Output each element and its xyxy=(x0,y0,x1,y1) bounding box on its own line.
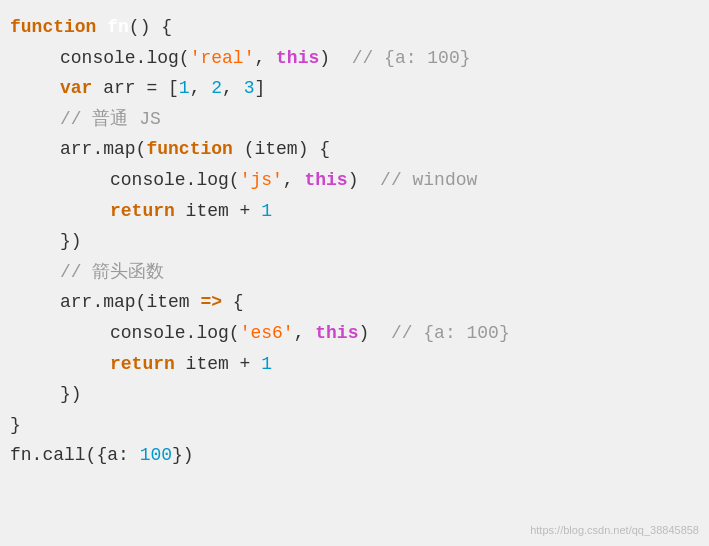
keyword-function: function xyxy=(10,12,96,43)
code-line-3: var arr = [ 1 , 2 , 3 ] xyxy=(0,73,709,104)
code-line-10: arr.map(item => { xyxy=(0,287,709,318)
code-line-2: console.log( 'real' , this ) // {a: 100} xyxy=(0,43,709,74)
function-name: fn xyxy=(107,12,129,43)
code-line-5: arr.map( function (item) { xyxy=(0,134,709,165)
code-line-14: } xyxy=(0,410,709,441)
code-line-15: fn.call({a: 100 }) xyxy=(0,440,709,471)
code-line-1: function fn () { xyxy=(0,12,709,43)
code-editor: function fn () { console.log( 'real' , t… xyxy=(0,0,709,546)
code-line-8: }) xyxy=(0,226,709,257)
code-line-6: console.log( 'js' , this ) // window xyxy=(0,165,709,196)
code-line-4: // 普通 JS xyxy=(0,104,709,135)
code-line-9: // 箭头函数 xyxy=(0,257,709,288)
code-line-13: }) xyxy=(0,379,709,410)
code-line-12: return item + 1 xyxy=(0,349,709,380)
code-line-11: console.log( 'es6' , this ) // {a: 100} xyxy=(0,318,709,349)
watermark: https://blog.csdn.net/qq_38845858 xyxy=(530,524,699,536)
code-line-7: return item + 1 xyxy=(0,196,709,227)
